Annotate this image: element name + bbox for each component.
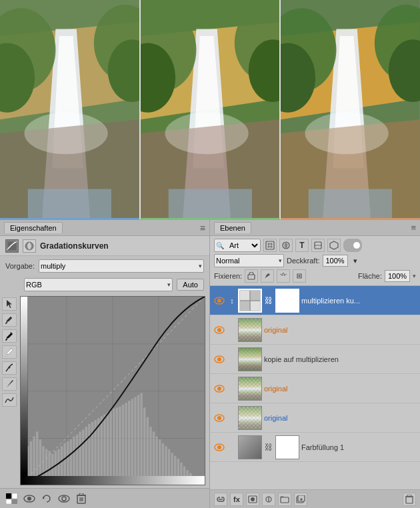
svg-rect-80 — [128, 401, 130, 485]
blend-opacity-row: Normal Deckkraft: ▾ — [214, 254, 416, 267]
smart-obj-filter-btn[interactable] — [327, 239, 341, 252]
layer-name-label: original — [264, 326, 417, 334]
text-filter-btn[interactable]: T — [295, 239, 309, 252]
layer-name-label: original — [264, 385, 417, 393]
svg-rect-105 — [21, 476, 205, 485]
svg-point-138 — [217, 328, 221, 332]
svg-rect-68 — [91, 422, 93, 485]
delete-layer-btn[interactable] — [403, 493, 416, 506]
eyedropper-black-tool[interactable] — [2, 329, 17, 343]
flaeche-input[interactable] — [385, 270, 410, 282]
svg-rect-77 — [119, 407, 121, 485]
pencil-tool[interactable] — [2, 377, 17, 391]
svg-rect-82 — [134, 397, 136, 485]
layer-chain-icon: ⛓ — [264, 296, 273, 305]
image-strip — [0, 0, 420, 220]
blend-mode-select[interactable]: Normal — [214, 254, 284, 267]
ebenen-filter-row: 🔍 Art T — [214, 239, 416, 252]
layer-visibility-btn[interactable] — [213, 382, 226, 395]
eyedropper-tool[interactable] — [2, 313, 17, 327]
layer-thumb-image — [238, 347, 262, 371]
layer-visibility-btn[interactable] — [213, 411, 226, 425]
add-layer-style-btn[interactable]: fx — [230, 493, 243, 506]
adjustment-filter-btn[interactable] — [279, 239, 293, 252]
opacity-lock-btn[interactable]: ▾ — [351, 254, 360, 267]
vorgabe-select[interactable]: multiply — [39, 259, 204, 273]
add-group-btn[interactable] — [278, 493, 291, 506]
layer-item[interactable]: ⛓ Farbfüllung 1 — [210, 433, 420, 462]
layer-visibility-btn[interactable] — [213, 323, 226, 337]
svg-rect-20 — [168, 189, 251, 218]
layer-mask-thumb — [275, 289, 299, 313]
svg-point-113 — [27, 497, 31, 501]
channel-select[interactable]: RGB — [24, 278, 173, 291]
bottom-panel: Eigenschaften ≡ Gradationskurven — [0, 220, 420, 508]
ebenen-bottom-toolbar: fx — [210, 489, 420, 508]
layer-visibility-btn[interactable] — [213, 353, 226, 366]
view-icon[interactable] — [57, 493, 71, 505]
layer-item[interactable]: kopie auf multiplizieren — [210, 345, 420, 374]
eigenschaften-tab[interactable]: Eigenschaften — [4, 222, 63, 233]
layer-item[interactable]: original — [210, 374, 420, 403]
svg-point-140 — [217, 357, 221, 361]
fix-position-btn[interactable] — [245, 269, 258, 283]
eigenschaften-header: Eigenschaften ≡ — [0, 220, 209, 236]
add-layer-btn[interactable] — [294, 493, 307, 506]
reset-icon[interactable] — [40, 493, 53, 505]
pen-curve-tool[interactable] — [2, 361, 17, 375]
eyedropper-white-tool[interactable] — [2, 345, 17, 359]
curves-graph[interactable] — [20, 296, 205, 485]
link-layers-btn[interactable] — [214, 493, 227, 506]
svg-marker-127 — [330, 241, 338, 249]
svg-rect-158 — [407, 495, 411, 497]
layer-list: ↕ ⛓ multiplizieren ku... — [210, 286, 420, 489]
svg-rect-111 — [12, 499, 17, 504]
curves-icon — [5, 239, 19, 253]
svg-rect-119 — [79, 493, 83, 495]
visibility-icon[interactable] — [23, 493, 36, 505]
fix-all-btn[interactable] — [293, 269, 306, 283]
svg-rect-78 — [122, 405, 124, 485]
layer-item[interactable]: ↕ ⛓ multiplizieren ku... — [210, 286, 420, 315]
svg-point-10 — [25, 113, 108, 155]
toggle-filter-btn[interactable] — [343, 239, 362, 252]
fixieren-label: Fixieren: — [214, 272, 242, 280]
fix-move-btn[interactable] — [277, 269, 290, 283]
left-panel-bottom-toolbar — [0, 488, 209, 508]
auto-button[interactable]: Auto — [177, 279, 204, 291]
ebenen-tab[interactable]: Ebenen — [214, 222, 251, 233]
pixel-filter-btn[interactable] — [263, 239, 277, 252]
svg-rect-83 — [137, 395, 139, 485]
svg-rect-74 — [109, 411, 111, 485]
opacity-input[interactable] — [323, 255, 348, 267]
svg-point-144 — [217, 416, 221, 420]
auto-color-icon[interactable] — [5, 493, 19, 505]
fix-paint-btn[interactable] — [261, 269, 274, 283]
shape-filter-btn[interactable] — [311, 239, 325, 252]
pointer-tool[interactable] — [2, 297, 17, 311]
eigenschaften-panel: Eigenschaften ≡ Gradationskurven — [0, 220, 210, 508]
delete-icon[interactable] — [75, 493, 88, 505]
flaeche-lock-btn[interactable]: ▾ — [413, 273, 416, 279]
svg-point-36 — [9, 367, 11, 369]
layer-thumb-fill — [238, 435, 262, 459]
layer-visibility-btn[interactable] — [213, 441, 226, 454]
ebenen-panel: Ebenen ≡ 🔍 Art T — [210, 220, 420, 508]
layer-item[interactable]: original — [210, 403, 420, 433]
ebenen-panel-menu-btn[interactable]: ≡ — [411, 223, 416, 233]
layer-mask-thumb — [275, 435, 299, 459]
layer-name-label: multiplizieren ku... — [301, 297, 417, 305]
svg-rect-73 — [107, 413, 109, 485]
collapse-left-btn[interactable]: ≡ — [200, 223, 205, 233]
svg-rect-81 — [131, 399, 133, 485]
svg-point-116 — [62, 497, 66, 501]
layer-thumb-grid — [238, 289, 262, 313]
smooth-tool[interactable] — [2, 393, 17, 407]
layer-item[interactable]: original — [210, 315, 420, 345]
image-panel-1 — [0, 0, 139, 220]
add-adjustment-btn[interactable] — [262, 493, 275, 506]
layer-visibility-btn[interactable] — [213, 294, 226, 307]
channel-row: RGB Auto — [0, 276, 209, 293]
svg-rect-67 — [88, 424, 90, 485]
add-mask-btn[interactable] — [246, 493, 259, 506]
